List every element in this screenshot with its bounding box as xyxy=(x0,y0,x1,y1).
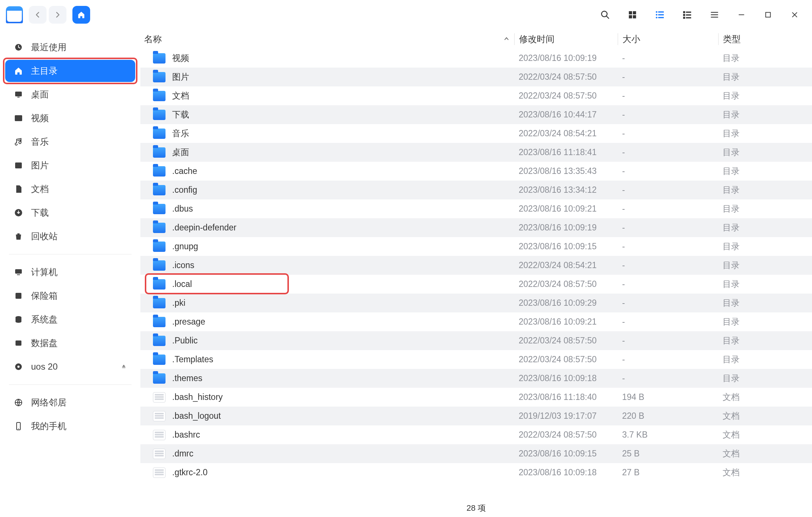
file-name: .bashrc xyxy=(172,430,200,440)
file-row[interactable]: .gtkrc-2.02023/08/16 10:09:1827 B文档 xyxy=(140,463,812,482)
file-row[interactable]: .themes2023/08/16 10:09:18-目录 xyxy=(140,369,812,388)
file-mtime: 2023/08/16 10:09:15 xyxy=(514,242,618,251)
column-header-type[interactable]: 类型 xyxy=(718,33,812,45)
view-icon-grid-button[interactable] xyxy=(627,9,638,21)
app-logo xyxy=(6,6,23,23)
file-row[interactable]: .config2023/08/16 13:34:12-目录 xyxy=(140,181,812,199)
file-type: 目录 xyxy=(718,90,812,102)
search-button[interactable] xyxy=(599,9,611,21)
file-size: 3.7 KB xyxy=(618,430,718,440)
file-row[interactable]: 图片2022/03/24 08:57:50-目录 xyxy=(140,68,812,86)
column-header-size[interactable]: 大小 xyxy=(618,33,718,45)
sidebar-item-label: 系统盘 xyxy=(31,314,58,325)
window-maximize-button[interactable] xyxy=(762,9,774,20)
sidebar-item[interactable]: 下载 xyxy=(5,202,135,224)
file-mtime: 2023/08/16 13:34:12 xyxy=(514,185,618,195)
folder-icon xyxy=(153,166,166,177)
sidebar-item[interactable]: uos 20 xyxy=(5,356,135,378)
file-row[interactable]: .presage2023/08/16 10:09:21-目录 xyxy=(140,312,812,331)
file-size: - xyxy=(618,91,718,101)
sidebar-item[interactable]: 回收站 xyxy=(5,225,135,247)
file-name: .presage xyxy=(172,317,205,327)
file-type: 目录 xyxy=(718,52,812,64)
svg-rect-15 xyxy=(686,14,691,16)
sidebar-item[interactable]: 视频 xyxy=(5,107,135,129)
file-mtime: 2022/03/24 08:57:50 xyxy=(514,430,618,440)
file-row[interactable]: 文档2022/03/24 08:57:50-目录 xyxy=(140,86,812,105)
view-detail-button[interactable] xyxy=(681,9,693,21)
sidebar-item[interactable]: 保险箱 xyxy=(5,285,135,307)
file-row[interactable]: 音乐2022/03/24 08:54:21-目录 xyxy=(140,124,812,143)
sidebar-item[interactable]: 数据盘 xyxy=(5,332,135,354)
sidebar-item[interactable]: 音乐 xyxy=(5,131,135,153)
sidebar-item[interactable]: 系统盘 xyxy=(5,308,135,331)
file-row[interactable]: .bashrc2022/03/24 08:57:503.7 KB文档 xyxy=(140,425,812,444)
sidebar-item[interactable]: 桌面 xyxy=(5,83,135,106)
hamburger-menu-button[interactable] xyxy=(709,9,720,21)
svg-rect-3 xyxy=(633,11,636,14)
sidebar-item[interactable]: 主目录 xyxy=(5,60,135,82)
file-row[interactable]: .deepin-defender2023/08/16 10:09:19-目录 xyxy=(140,218,812,237)
svg-rect-2 xyxy=(629,11,632,14)
nav-home-button[interactable] xyxy=(72,6,90,24)
file-size: - xyxy=(618,373,718,383)
folder-icon xyxy=(153,147,166,158)
file-row[interactable]: .bash_logout2019/12/03 19:17:07220 B文档 xyxy=(140,407,812,425)
sidebar-item[interactable]: 计算机 xyxy=(5,261,135,283)
file-name: .Public xyxy=(172,336,198,346)
file-row[interactable]: .cache2023/08/16 13:35:43-目录 xyxy=(140,162,812,181)
file-row[interactable]: .pki2023/08/16 10:09:29-目录 xyxy=(140,294,812,312)
file-row[interactable]: .icons2022/03/24 08:54:21-目录 xyxy=(140,256,812,275)
file-type: 目录 xyxy=(718,222,812,233)
column-headers: 名称 修改时间 大小 类型 xyxy=(140,30,812,49)
file-row[interactable]: 下载2023/08/16 10:44:17-目录 xyxy=(140,105,812,124)
sidebar-item[interactable]: 最近使用 xyxy=(5,36,135,58)
grid-icon xyxy=(628,10,637,20)
eject-icon[interactable] xyxy=(120,362,127,372)
file-row[interactable]: 视频2023/08/16 10:09:19-目录 xyxy=(140,49,812,68)
file-row[interactable]: .local2022/03/24 08:57:50-目录 xyxy=(140,275,812,294)
file-type: 文档 xyxy=(718,410,812,422)
file-type: 目录 xyxy=(718,109,812,120)
file-row[interactable]: .gnupg2023/08/16 10:09:15-目录 xyxy=(140,237,812,256)
file-name: .gnupg xyxy=(172,242,198,251)
nav-back-button[interactable] xyxy=(29,6,47,24)
column-header-name[interactable]: 名称 xyxy=(140,33,514,45)
file-mtime: 2022/03/24 08:57:50 xyxy=(514,72,618,82)
file-name: .dbus xyxy=(172,204,193,214)
view-list-button[interactable] xyxy=(654,9,666,21)
sidebar-item-label: 音乐 xyxy=(31,136,49,148)
file-row[interactable]: 桌面2023/08/16 11:18:41-目录 xyxy=(140,143,812,162)
file-size: - xyxy=(618,279,718,289)
file-mtime: 2023/08/16 11:18:41 xyxy=(514,147,618,157)
sidebar-item-label: 保险箱 xyxy=(31,290,58,302)
sidebar-item-icon xyxy=(13,42,24,52)
file-mtime: 2023/08/16 10:44:17 xyxy=(514,110,618,120)
window-close-button[interactable] xyxy=(789,9,800,20)
file-size: - xyxy=(618,317,718,327)
sidebar-item-icon xyxy=(13,89,24,100)
file-type: 目录 xyxy=(718,278,812,290)
file-row[interactable]: .bash_history2023/08/16 11:18:40194 B文档 xyxy=(140,388,812,407)
sidebar-item-label: 回收站 xyxy=(31,230,58,242)
file-row[interactable]: .Templates2022/03/24 08:57:50-目录 xyxy=(140,350,812,369)
file-row[interactable]: .dmrc2023/08/16 10:09:1525 B文档 xyxy=(140,444,812,463)
file-name: .themes xyxy=(172,373,202,383)
detail-list-icon xyxy=(682,10,692,20)
column-header-mtime[interactable]: 修改时间 xyxy=(514,33,618,45)
file-type: 目录 xyxy=(718,373,812,384)
file-row[interactable]: .dbus2023/08/16 10:09:21-目录 xyxy=(140,199,812,218)
svg-rect-9 xyxy=(658,14,664,15)
sidebar-item[interactable]: 网络邻居 xyxy=(5,391,135,414)
file-name: 桌面 xyxy=(172,147,189,158)
sidebar-item[interactable]: 文档 xyxy=(5,178,135,200)
sidebar-item[interactable]: 我的手机 xyxy=(5,415,135,437)
sidebar-item[interactable]: 图片 xyxy=(5,154,135,177)
file-row[interactable]: .Public2022/03/24 08:57:50-目录 xyxy=(140,331,812,350)
folder-icon xyxy=(153,91,166,101)
file-size: 27 B xyxy=(618,468,718,477)
file-size: - xyxy=(618,204,718,214)
file-name: .config xyxy=(172,185,197,195)
window-minimize-button[interactable] xyxy=(736,9,747,20)
nav-forward-button[interactable] xyxy=(49,6,66,24)
